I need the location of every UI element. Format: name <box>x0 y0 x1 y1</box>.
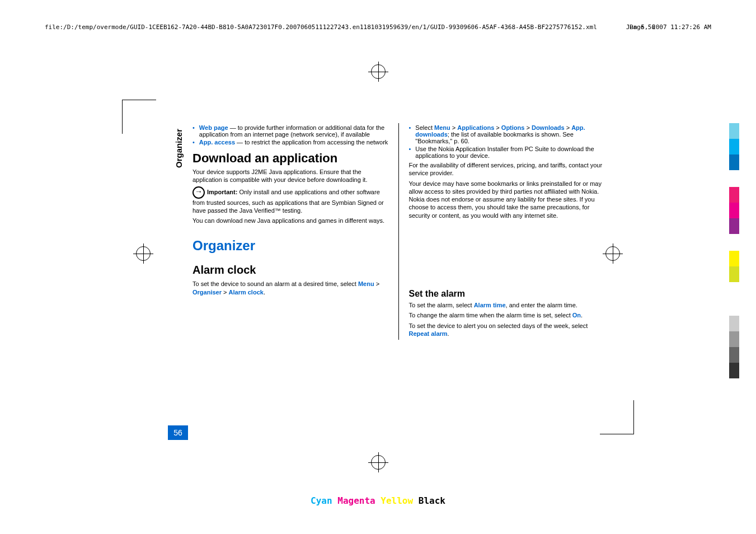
corner-tl <box>122 100 156 134</box>
body-text: To change the alarm time when the alarm … <box>409 311 605 319</box>
heading-alarm-clock: Alarm clock <box>192 264 388 277</box>
link-appaccess: App. access <box>199 139 235 146</box>
heading-organizer: Organizer <box>192 238 388 254</box>
color-bar <box>729 123 739 378</box>
heading-set-alarm: Set the alarm <box>409 289 605 299</box>
bullet-icon: • <box>409 146 411 159</box>
heading-download: Download an application <box>192 151 388 166</box>
page-number: 56 <box>168 425 188 440</box>
important-icon <box>192 186 205 199</box>
content-area: •Web page — to provide further informati… <box>168 123 604 340</box>
link-organiser: Organiser <box>192 289 222 296</box>
cmyk-label: Cyan Magenta Yellow Black <box>311 495 445 506</box>
body-text: Your device supports J2ME Java applicati… <box>192 168 388 184</box>
crop-mark-bottom <box>371 455 386 470</box>
important-note: Important: Only install and use applicat… <box>192 186 388 215</box>
important-label: Important: <box>207 189 237 195</box>
link-options: Options <box>501 124 525 131</box>
link-menu: Menu <box>358 280 374 287</box>
link-repeat-alarm: Repeat alarm <box>409 330 448 337</box>
list-item: •App. access — to restrict the applicati… <box>192 139 388 146</box>
link-applications: Applications <box>457 124 494 131</box>
body-text: Use the Nokia Application Installer from… <box>415 146 604 159</box>
list-item: •Use the Nokia Application Installer fro… <box>409 146 605 159</box>
link-downloads: Downloads <box>532 124 565 131</box>
body-text: To set the alarm, select Alarm time, and… <box>409 301 605 309</box>
file-path: file:/D:/temp/overmode/GUID-1CEEB162-7A2… <box>45 24 597 31</box>
bullet-icon: • <box>192 139 195 146</box>
list-item: •Web page — to provide further informati… <box>192 124 388 138</box>
body-text: To set the device to alert you on select… <box>409 322 605 338</box>
link-menu: Menu <box>434 124 450 131</box>
body-text: You can download new Java applications a… <box>192 217 388 224</box>
body-text: — to restrict the application from acces… <box>235 139 388 146</box>
column-left: •Web page — to provide further informati… <box>192 123 388 340</box>
link-alarm-time: Alarm time <box>474 302 506 308</box>
corner-br <box>600 400 634 434</box>
cyan-label: Cyan <box>311 495 332 506</box>
body-text: To set the device to sound an alarm at a… <box>192 280 388 296</box>
bullet-icon: • <box>409 124 411 144</box>
yellow-label: Yellow <box>381 495 413 506</box>
link-webpage: Web page <box>199 124 228 131</box>
magenta-label: Magenta <box>337 495 375 506</box>
link-on: On <box>572 312 581 318</box>
list-item: •Select Menu > Applications > Options > … <box>409 124 605 144</box>
crop-mark-left <box>136 246 151 261</box>
black-label: Black <box>419 495 445 506</box>
link-alarm-clock: Alarm clock <box>229 289 264 296</box>
crop-mark-right <box>605 246 620 261</box>
crop-mark-top <box>371 64 386 79</box>
body-text: For the availability of different servic… <box>409 161 605 177</box>
body-text: Your device may have some bookmarks or l… <box>409 180 605 219</box>
column-right: •Select Menu > Applications > Options > … <box>398 123 605 340</box>
header-date: Jun 5, 2007 11:27:26 AM <box>626 24 711 31</box>
bullet-icon: • <box>192 124 195 138</box>
